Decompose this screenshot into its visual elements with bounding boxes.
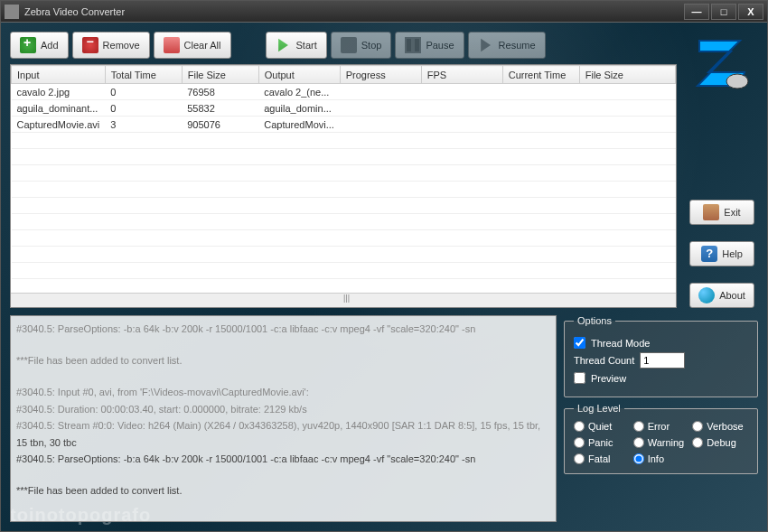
log-line: #3040.5: Stream #0:0: Video: h264 (Main)…	[16, 418, 550, 434]
cell-progress	[340, 117, 421, 133]
thread-mode-label: Thread Mode	[591, 338, 650, 349]
start-icon	[276, 37, 292, 53]
file-grid: Input Total Time File Size Output Progre…	[10, 64, 677, 308]
maximize-button[interactable]: □	[711, 4, 736, 20]
col-total-time[interactable]: Total Time	[105, 66, 182, 84]
loglevel-debug[interactable]: Debug	[692, 437, 748, 448]
log-line: #3040.5: Duration: 00:00:03.40, start: 0…	[16, 402, 550, 417]
window-title: Zebra Video Converter	[24, 6, 684, 17]
col-fps[interactable]: FPS	[421, 66, 502, 84]
horizontal-scrollbar[interactable]	[11, 293, 676, 307]
exit-button[interactable]: Exit	[689, 200, 754, 225]
about-button[interactable]: About	[689, 283, 754, 308]
preview-checkbox[interactable]	[574, 372, 585, 384]
loglevel-quiet[interactable]: Quiet	[574, 421, 630, 432]
minimize-button[interactable]: —	[684, 4, 709, 20]
thread-mode-checkbox[interactable]	[574, 337, 585, 349]
loglevel-legend: Log Level	[574, 403, 624, 414]
cell-current_time	[502, 117, 579, 133]
cell-fps	[421, 84, 502, 100]
loglevel-error[interactable]: Error	[633, 421, 689, 432]
help-icon	[701, 246, 717, 262]
close-button[interactable]: X	[738, 4, 763, 20]
cell-input: cavalo 2.jpg	[12, 84, 106, 100]
start-button[interactable]: Start	[266, 32, 327, 59]
table-row[interactable]: cavalo 2.jpg076958cavalo 2_(ne...	[12, 84, 676, 100]
cell-progress	[340, 84, 421, 100]
add-icon	[20, 37, 36, 53]
pause-icon	[405, 37, 421, 53]
table-row-empty	[12, 230, 676, 247]
cell-output: CapturedMovi...	[258, 117, 340, 133]
col-input[interactable]: Input	[12, 66, 106, 84]
log-line: #3040.5: ParseOptions: -b:a 64k -b:v 200…	[16, 322, 550, 337]
cell-fps	[421, 117, 502, 133]
file-table[interactable]: Input Total Time File Size Output Progre…	[11, 65, 676, 293]
cell-current_time	[502, 84, 579, 100]
cell-output: cavalo 2_(ne...	[258, 84, 340, 100]
loglevel-info[interactable]: Info	[633, 453, 689, 464]
options-legend: Options	[574, 315, 615, 326]
clear-all-button[interactable]: Clear All	[154, 32, 231, 59]
cell-progress	[340, 100, 421, 117]
loglevel-verbose[interactable]: Verbose	[692, 421, 748, 432]
exit-icon	[703, 204, 719, 220]
log-panel[interactable]: #3040.5: ParseOptions: -b:a 64k -b:v 200…	[10, 315, 557, 522]
options-panel: Options Thread Mode Thread Count Preview	[564, 315, 758, 397]
table-row-empty	[12, 182, 676, 198]
content-area: Add Remove Clear All Start Stop Pause Re…	[1, 23, 767, 531]
table-row-empty	[12, 133, 676, 149]
cell-file_size2	[579, 100, 675, 117]
toolbar: Add Remove Clear All Start Stop Pause Re…	[10, 32, 677, 59]
table-row[interactable]: CapturedMovie.avi3905076CapturedMovi...	[12, 117, 676, 133]
cell-file_size2	[579, 84, 675, 100]
col-output[interactable]: Output	[258, 66, 340, 84]
loglevel-warning[interactable]: Warning	[633, 437, 689, 448]
sidebar: Exit Help About	[686, 32, 758, 308]
help-button[interactable]: Help	[689, 241, 754, 266]
app-window: Zebra Video Converter — □ X Add Remove C…	[0, 0, 768, 532]
zebra-logo	[690, 32, 754, 95]
table-row-empty	[12, 149, 676, 165]
col-current-time[interactable]: Current Time	[502, 66, 579, 84]
table-row-empty	[12, 165, 676, 182]
cell-current_time	[502, 100, 579, 117]
cell-total_time: 0	[105, 84, 182, 100]
log-line: #3040.5: Input #0, avi, from 'F:\Videos-…	[16, 385, 550, 400]
remove-icon	[82, 37, 98, 53]
titlebar[interactable]: Zebra Video Converter — □ X	[1, 1, 767, 23]
cell-total_time: 3	[105, 117, 182, 133]
stop-button[interactable]: Stop	[331, 32, 392, 59]
cell-file_size: 76958	[182, 84, 258, 100]
loglevel-panic[interactable]: Panic	[574, 437, 630, 448]
log-line: 15 tbn, 30 tbc	[16, 435, 550, 451]
stop-icon	[341, 37, 357, 53]
table-row[interactable]: aguila_dominant...055832aguila_domin...	[12, 100, 676, 117]
log-line: #3040.5: ParseOptions: -b:a 64k -b:v 200…	[16, 452, 550, 467]
table-row-empty	[12, 198, 676, 214]
cell-total_time: 0	[105, 100, 182, 117]
col-file-size-2[interactable]: File Size	[579, 66, 675, 84]
pause-button[interactable]: Pause	[395, 32, 464, 59]
app-icon	[5, 5, 19, 19]
cell-file_size2	[579, 117, 675, 133]
window-controls: — □ X	[684, 4, 763, 20]
cell-output: aguila_domin...	[258, 100, 340, 117]
log-line: ***File has been added to convert list.	[16, 483, 550, 499]
resume-button[interactable]: Resume	[468, 32, 546, 59]
loglevel-fatal[interactable]: Fatal	[574, 453, 630, 464]
cell-input: CapturedMovie.avi	[12, 117, 106, 133]
loglevel-panel: Log Level Quiet Error Verbose Panic Warn…	[564, 403, 758, 474]
add-button[interactable]: Add	[10, 32, 69, 59]
col-file-size[interactable]: File Size	[182, 66, 258, 84]
resume-icon	[478, 37, 494, 53]
preview-label: Preview	[591, 373, 626, 384]
thread-count-input[interactable]	[640, 352, 685, 369]
table-row-empty	[12, 247, 676, 263]
table-row-empty	[12, 263, 676, 279]
table-row-empty	[12, 279, 676, 294]
remove-button[interactable]: Remove	[72, 32, 150, 59]
col-progress[interactable]: Progress	[340, 66, 421, 84]
thread-count-label: Thread Count	[574, 355, 634, 366]
clear-icon	[164, 37, 180, 53]
